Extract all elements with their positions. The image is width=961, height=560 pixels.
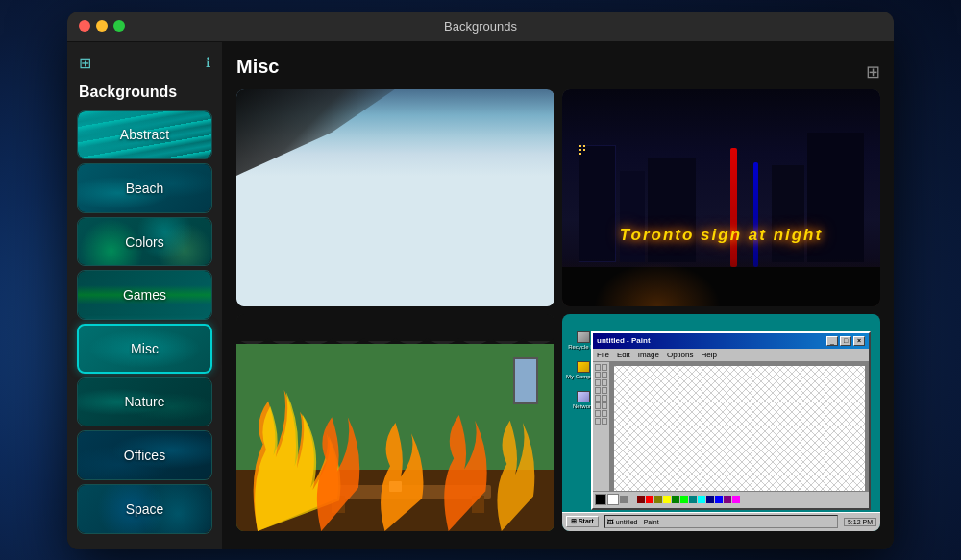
color-swatch-green[interactable] <box>672 496 679 503</box>
paint-titlebar: untitled - Paint _ □ × <box>593 333 869 349</box>
sidebar-item-offices[interactable]: Offices <box>77 430 212 480</box>
sidebar: ⊞ ℹ Backgrounds Abstract Beach Colors <box>67 42 223 549</box>
paint-tool-rrect[interactable] <box>602 418 607 425</box>
paint-menu-help[interactable]: Help <box>702 351 717 359</box>
toronto-image: Toronto sign at night <box>562 89 880 306</box>
color-swatch-maroon[interactable] <box>637 496 645 503</box>
paint-tool-line[interactable] <box>595 402 601 409</box>
paint-menu-options[interactable]: Options <box>667 351 694 359</box>
sidebar-item-abstract[interactable]: Abstract <box>77 110 212 160</box>
icon-img-3 <box>577 391 590 402</box>
main-content: ⊞ ℹ Backgrounds Abstract Beach Colors <box>67 42 894 549</box>
paint-body <box>593 362 869 508</box>
toronto-sign-text: Toronto sign at night <box>620 226 823 245</box>
color-swatch-black[interactable] <box>595 494 606 505</box>
close-button[interactable] <box>79 20 90 32</box>
paint-canvas-area <box>610 362 869 508</box>
paint-tool-row-6 <box>595 402 607 409</box>
fire-flames-overlay <box>236 314 554 531</box>
image-cell-toronto[interactable]: Toronto sign at night <box>562 89 880 306</box>
grid-view-icon[interactable]: ⊞ <box>866 61 880 83</box>
image-cell-paint[interactable]: Recycle Bin My Computer Network <box>562 314 880 531</box>
sidebar-label-offices: Offices <box>124 448 165 463</box>
image-cell-aerial[interactable] <box>236 89 554 306</box>
paint-tools-panel <box>593 362 610 508</box>
paint-minimize-btn[interactable]: _ <box>826 336 838 346</box>
color-swatch-purple[interactable] <box>724 496 731 503</box>
paint-maximize-btn[interactable]: □ <box>840 336 851 346</box>
paint-image: Recycle Bin My Computer Network <box>562 314 880 531</box>
paint-window: untitled - Paint _ □ × File Edit I <box>591 331 871 510</box>
taskbar-clock: 5:12 PM <box>844 518 876 526</box>
color-swatch-olive[interactable] <box>654 496 662 503</box>
paint-tool-text[interactable] <box>602 395 607 402</box>
paint-tool-lasso[interactable] <box>602 364 607 371</box>
taskbar-paint-button[interactable]: 🖼 untitled - Paint <box>604 515 838 528</box>
toronto-building-1 <box>579 145 617 262</box>
flames-svg <box>236 314 554 531</box>
paint-menu-image[interactable]: Image <box>638 351 659 359</box>
color-swatch-teal[interactable] <box>689 496 697 503</box>
paint-tool-row-1 <box>595 364 607 371</box>
paint-window-buttons: _ □ × <box>826 336 865 346</box>
paint-tool-eyedrop[interactable] <box>595 379 601 386</box>
sidebar-label-misc: Misc <box>131 341 159 356</box>
start-button[interactable]: ⊞ Start <box>566 516 599 527</box>
sidebar-label-nature: Nature <box>124 394 164 409</box>
color-swatch-fuchsia[interactable] <box>732 496 740 503</box>
sidebar-item-games[interactable]: Games <box>77 270 212 320</box>
sidebar-item-space[interactable]: Space <box>77 484 212 534</box>
maximize-button[interactable] <box>113 20 125 32</box>
color-swatch-cyan[interactable] <box>698 496 705 503</box>
toronto-building-5 <box>772 165 803 263</box>
paint-tool-polygon[interactable] <box>602 410 607 417</box>
paint-tool-row-7 <box>595 410 607 417</box>
paint-tool-row-2 <box>595 372 607 378</box>
paint-tool-fill[interactable] <box>602 372 607 378</box>
sidebar-item-colors[interactable]: Colors <box>77 217 212 267</box>
paint-tool-rect[interactable] <box>595 410 601 417</box>
paint-tool-ellipse[interactable] <box>595 418 601 425</box>
paint-tool-airbrush[interactable] <box>595 395 601 402</box>
content-area: Misc ⊞ <box>223 42 894 549</box>
building-lights <box>579 145 581 147</box>
paint-menu-edit[interactable]: Edit <box>617 351 630 359</box>
sidebar-label-space: Space <box>126 501 164 517</box>
icon-img-1 <box>577 331 590 343</box>
image-cell-fire[interactable] <box>236 314 554 531</box>
color-swatch-blue[interactable] <box>715 496 723 503</box>
color-swatch-silver[interactable] <box>628 496 636 503</box>
paint-menu-file[interactable]: File <box>597 351 609 359</box>
paint-tool-row-3 <box>595 379 607 386</box>
window-controls <box>79 20 125 32</box>
sidebar-info-icon[interactable]: ℹ <box>206 55 210 70</box>
red-pole <box>730 148 737 267</box>
paint-tool-curve[interactable] <box>602 402 607 409</box>
paint-canvas[interactable] <box>614 366 865 495</box>
sidebar-label-abstract: Abstract <box>120 127 169 142</box>
toronto-building-2 <box>620 171 645 262</box>
color-swatch-lime[interactable] <box>680 496 688 503</box>
paint-tool-brush[interactable] <box>602 387 607 394</box>
paint-tool-zoom[interactable] <box>602 379 607 386</box>
paint-tool-pencil[interactable] <box>595 387 601 394</box>
titlebar: Backgrounds <box>67 12 894 42</box>
paint-tool-select[interactable] <box>595 364 601 371</box>
sidebar-label-beach: Beach <box>126 181 164 196</box>
toronto-building-3 <box>648 158 696 262</box>
minimize-button[interactable] <box>96 20 108 32</box>
color-swatch-navy[interactable] <box>706 496 714 503</box>
paint-tool-eraser[interactable] <box>595 372 601 378</box>
sidebar-item-nature[interactable]: Nature <box>77 377 212 427</box>
blue-pole <box>753 162 758 266</box>
sidebar-item-beach[interactable]: Beach <box>77 163 212 213</box>
color-swatch-yellow[interactable] <box>663 496 671 503</box>
color-swatch-red[interactable] <box>646 496 653 503</box>
paint-color-palette <box>593 491 869 508</box>
sidebar-grid-icon[interactable]: ⊞ <box>79 54 91 72</box>
color-swatch-gray[interactable] <box>620 496 628 503</box>
paint-close-btn[interactable]: × <box>853 336 865 346</box>
section-title: Misc <box>236 56 279 78</box>
color-swatch-white[interactable] <box>607 494 619 505</box>
sidebar-item-misc[interactable]: Misc <box>77 324 212 374</box>
